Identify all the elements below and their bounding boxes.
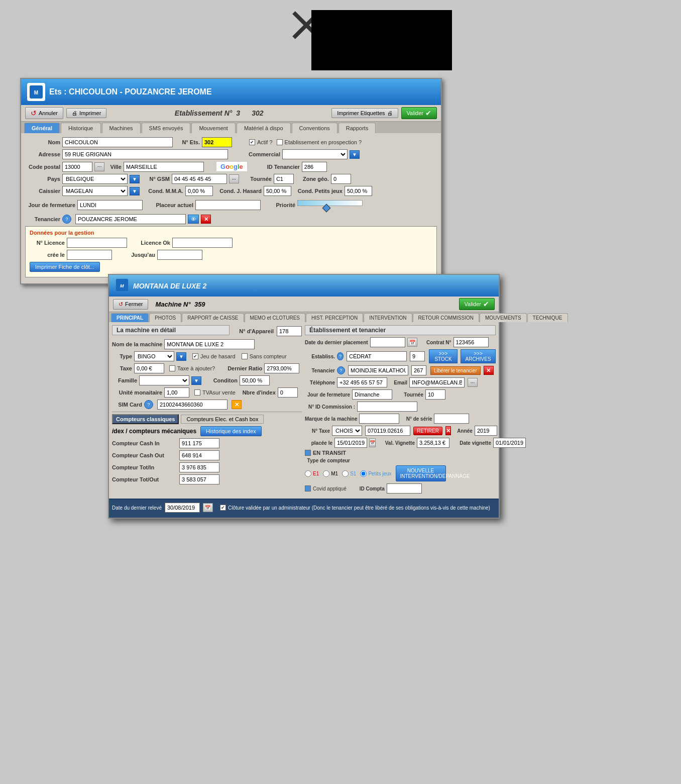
jour-fermeture2-input[interactable] — [352, 389, 392, 400]
cond-jhasard-input[interactable] — [264, 186, 291, 196]
tab-materiel[interactable]: Matériel à dispo — [237, 123, 291, 133]
tenancier-input[interactable] — [75, 214, 186, 224]
placee-cal-btn[interactable]: 📅 — [369, 438, 376, 447]
en-transit-label[interactable]: EN TRANSIT — [305, 450, 346, 456]
caissier-dropdown-icon[interactable]: ▼ — [130, 187, 140, 195]
eye-icon[interactable]: 👁 — [188, 215, 199, 224]
taxe-ajouter-checkbox[interactable] — [169, 365, 175, 371]
jusqu-au-input[interactable] — [157, 250, 202, 260]
commercial-dropdown-icon[interactable]: ▼ — [350, 150, 360, 159]
email-action-btn[interactable]: ··· — [468, 378, 478, 387]
tournee-input[interactable] — [274, 174, 294, 184]
dernier-ratio-input[interactable] — [264, 363, 299, 373]
tenancier2-help-btn[interactable]: ? — [337, 366, 345, 374]
pays-select[interactable]: BELGIQUE — [62, 174, 128, 184]
id-compta-input[interactable] — [387, 483, 422, 494]
actif-checkbox-label[interactable]: ✔ Actif ? — [249, 139, 273, 145]
marque-machine-input[interactable] — [359, 414, 399, 424]
cash-in-input[interactable] — [179, 438, 219, 448]
condition-input[interactable] — [240, 375, 270, 385]
covid-label[interactable]: Covid apptiqué — [305, 485, 347, 492]
sans-compteur-checkbox[interactable] — [242, 353, 248, 359]
w2-tab-photos[interactable]: PHOTOS — [149, 313, 181, 322]
tab-rapports[interactable]: Rapports — [338, 123, 376, 133]
tva-checkbox[interactable] — [194, 389, 200, 396]
famille-select[interactable] — [139, 375, 189, 385]
w2-tab-hist[interactable]: HIST. PERCEPTION — [306, 313, 363, 322]
nouvelle-intervention-btn[interactable]: NOUVELLE INTERVENTION/DEPANNAGE — [396, 465, 446, 481]
imprimer-etiquettes-button[interactable]: Imprimer Etiquettes 🖨 — [331, 108, 398, 118]
date-placement-cal-btn[interactable]: 📅 — [407, 338, 417, 347]
cash-out-input[interactable] — [179, 450, 219, 460]
adresse-input[interactable] — [62, 149, 228, 159]
w2-tab-technique[interactable]: TECHNIQUE — [527, 313, 568, 322]
w2-tab-intervention[interactable]: INTERVENTION — [364, 313, 412, 322]
n-serie-input[interactable] — [434, 414, 469, 424]
n-taxe-select[interactable]: CHOISIR — [332, 426, 362, 436]
tot-out-input[interactable] — [179, 474, 219, 484]
compteurs-elec-btn[interactable]: Compteurs Elec. et Cash box — [181, 415, 264, 424]
tab-machines[interactable]: Machines — [102, 123, 141, 133]
jeu-hasard-label[interactable]: ✔ Jeu de hasard — [192, 353, 236, 359]
date-vignette-input[interactable] — [493, 438, 526, 448]
fermer-button[interactable]: ↺ Fermer — [113, 299, 148, 310]
caissier-select[interactable]: MAGELAN — [62, 186, 128, 196]
cree-le-input[interactable] — [67, 250, 112, 260]
tenancier-help-btn[interactable]: ? — [62, 215, 71, 224]
n-id-commission-input[interactable] — [357, 402, 417, 412]
nom-input[interactable] — [62, 137, 173, 147]
id-tenancier-input[interactable] — [302, 162, 327, 172]
tab-general[interactable]: Général — [24, 123, 60, 133]
tenancier2-input[interactable] — [348, 365, 408, 375]
w2-tab-memo[interactable]: MEMO et CLOTURES — [245, 313, 305, 322]
etabliss-help-btn[interactable]: ? — [337, 352, 344, 360]
contrat-n-input[interactable] — [453, 337, 489, 347]
prospection-checkbox[interactable] — [277, 139, 283, 145]
cloture-checkbox[interactable]: ✔ — [220, 505, 226, 511]
cp-input[interactable] — [62, 162, 92, 172]
date-placement-input[interactable] — [370, 337, 405, 347]
licence-ok-input[interactable] — [172, 238, 233, 248]
radio-petits-input[interactable] — [360, 470, 367, 477]
ville-input[interactable] — [124, 162, 204, 172]
w2-tab-mouvements[interactable]: MOUVEMENTS — [480, 313, 527, 322]
tenancier-clear-btn[interactable]: ✕ — [201, 215, 211, 224]
n-gsm-input[interactable] — [172, 174, 227, 184]
val-vignette-input[interactable] — [417, 438, 449, 448]
imprimer-fiche-button[interactable]: Imprimer Fiche de clôt... — [30, 262, 100, 272]
n-licence-input[interactable] — [67, 238, 127, 248]
sim-clear-btn[interactable]: ✕ — [232, 400, 242, 409]
date-releve-cal-btn[interactable]: 📅 — [203, 503, 213, 512]
valider-machine-button[interactable]: Valider ✔ — [459, 298, 495, 310]
actif-checkbox[interactable]: ✔ — [249, 139, 255, 145]
prospection-checkbox-label[interactable]: Etablissement en prospection ? — [277, 139, 362, 145]
w2-tab-rapport[interactable]: RAPPORT de CAISSE — [182, 313, 244, 322]
cond-mma-input[interactable] — [185, 186, 213, 196]
stock-btn[interactable]: >>> STOCK — [429, 349, 458, 363]
tenancier2-clear-btn[interactable]: ✕ — [484, 366, 494, 375]
jeu-hasard-checkbox[interactable]: ✔ — [192, 353, 198, 359]
tab-mouvement[interactable]: Mouvement — [191, 123, 235, 133]
annee-input[interactable] — [475, 426, 497, 436]
email-input[interactable] — [409, 377, 465, 387]
date-releve-input[interactable] — [165, 503, 200, 513]
unite-input[interactable] — [164, 387, 189, 398]
sim-input[interactable] — [157, 400, 228, 410]
cp-action-btn[interactable]: ··· — [94, 162, 104, 171]
w2-tab-retour[interactable]: RETOUR COMMISSION — [413, 313, 479, 322]
placeur-input[interactable] — [195, 200, 261, 210]
radio-e1-input[interactable] — [305, 470, 311, 477]
pays-dropdown-icon[interactable]: ▼ — [130, 175, 140, 183]
nbre-index-input[interactable] — [278, 387, 298, 398]
etabliss-input[interactable] — [347, 351, 407, 361]
radio-m1-input[interactable] — [323, 470, 329, 477]
radio-e1[interactable]: E1 — [305, 470, 319, 477]
covid-checkbox[interactable] — [305, 485, 311, 492]
commercial-select[interactable] — [282, 149, 348, 159]
radio-petits[interactable]: Petits jeux — [360, 470, 391, 477]
n-taxe-input[interactable] — [365, 426, 410, 436]
archives-btn[interactable]: >>> ARCHIVES — [461, 349, 496, 363]
radio-s1[interactable]: S1 — [342, 470, 356, 477]
gsm-action-btn[interactable]: ··· — [229, 174, 239, 183]
radio-s1-input[interactable] — [342, 470, 349, 477]
